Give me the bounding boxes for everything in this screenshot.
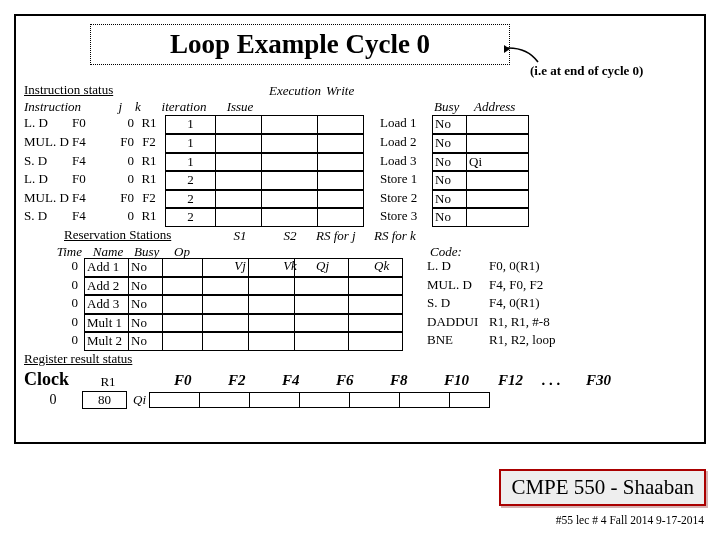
freg-header: F10 <box>444 371 498 390</box>
rs-row: 0Add 1NoL. DF0, 0(R1) <box>24 258 698 277</box>
rs-row: 0Mult 1NoDADDUIR1, R1, #-8 <box>24 314 698 333</box>
freg-header: F8 <box>390 371 444 390</box>
freg-table <box>149 392 490 408</box>
clock-label: Clock <box>24 368 82 391</box>
content: Instruction status Instruction j k itera… <box>24 82 698 409</box>
instr-row: L. DF00R11Load 1No <box>24 115 698 134</box>
h-instruction: Instruction <box>24 99 94 116</box>
h-iter: iteration <box>154 99 216 116</box>
h-issue: Issue <box>216 99 266 116</box>
clock-val: 0 <box>24 391 82 409</box>
subtitle: (i.e at end of cycle 0) <box>530 63 643 79</box>
freg-cell <box>400 392 450 407</box>
h-addr: Address <box>474 99 534 116</box>
freg-cell <box>150 392 200 407</box>
freg-cell <box>200 392 250 407</box>
h-j: j <box>94 99 124 116</box>
instr-row: S. DF40R12Store 3No <box>24 208 698 227</box>
freg-cell <box>350 392 400 407</box>
freg-header: . . . <box>542 371 586 390</box>
slide-title: Loop Example Cycle 0 <box>90 24 510 65</box>
h-exec: Execution <box>266 99 326 116</box>
freg-header: F30 <box>586 371 630 390</box>
freg-header: F0 <box>174 371 228 390</box>
rs-header: Reservation Stations <box>64 227 171 244</box>
instr-row: MUL. DF4F0F21Load 2No <box>24 134 698 153</box>
rs-row: 0Add 2NoMUL. DF4, F0, F2 <box>24 277 698 296</box>
instr-row: L. DF00R12Store 1No <box>24 171 698 190</box>
instr-row: MUL. DF4F0F22Store 2No <box>24 190 698 209</box>
freg-cell <box>450 392 490 407</box>
h-busy: Busy <box>434 99 474 116</box>
instr-row: S. DF40R11Load 3NoQi <box>24 153 698 172</box>
freg-header: F6 <box>336 371 390 390</box>
r1-table: 80 <box>82 391 127 410</box>
reg-header: Register result status <box>24 351 698 368</box>
freg-header: F2 <box>228 371 282 390</box>
freg-header: F4 <box>282 371 336 390</box>
freg-cell <box>250 392 300 407</box>
h-write: Write <box>326 99 374 116</box>
freg-cell <box>300 392 350 407</box>
footer-box: CMPE 550 - Shaaban <box>499 469 706 506</box>
freg-header: F12 <box>498 371 542 390</box>
footer-line: #55 lec # 4 Fall 2014 9-17-2014 <box>556 514 704 526</box>
h-k: k <box>124 99 154 116</box>
r1-label: R1 <box>82 374 134 391</box>
rs-row: 0Add 3NoS. DF4, 0(R1) <box>24 295 698 314</box>
qi-label: Qi <box>127 392 149 409</box>
rs-row: 0Mult 2NoBNER1, R2, loop <box>24 332 698 351</box>
